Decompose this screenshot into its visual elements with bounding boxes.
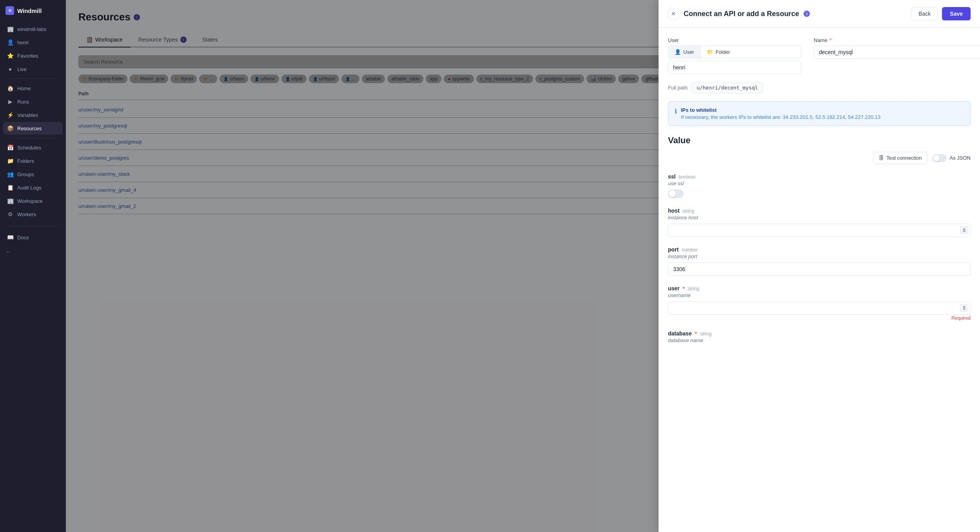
field-host-desc: instance host xyxy=(668,215,971,220)
sidebar-item-home[interactable]: 🏠 Home xyxy=(3,82,63,95)
sidebar-item-runs[interactable]: ▶ Runs xyxy=(3,95,63,108)
logo-icon: ⌗ xyxy=(5,6,14,15)
home-icon: 🏠 xyxy=(7,85,13,91)
back-button[interactable]: Back xyxy=(911,7,938,20)
field-database: database * string database name xyxy=(668,330,971,343)
field-user-type: string xyxy=(688,286,699,292)
owner-label: User xyxy=(668,37,801,43)
sidebar-schedules-label: Schedules xyxy=(17,145,41,151)
name-label: Name * xyxy=(814,37,980,43)
sidebar-folders-label: Folders xyxy=(17,158,34,164)
sidebar-nav: 🏢 windmill-labs 👤 henri ⭐ Favorites ● Li… xyxy=(0,21,66,223)
host-input[interactable] xyxy=(668,224,971,237)
resources-icon: 📦 xyxy=(7,125,13,131)
user-input[interactable] xyxy=(668,61,801,74)
field-database-title: database * string xyxy=(668,330,971,337)
field-port-desc: instance port xyxy=(668,253,971,259)
modal-header: ✕ Connect an API or add a Resource i Bac… xyxy=(659,0,980,28)
sidebar-divider-2 xyxy=(9,138,57,138)
field-port-type: number xyxy=(682,247,698,253)
sidebar-item-groups[interactable]: 👥 Groups xyxy=(3,168,63,180)
full-path-value: u/henri/decent_mysql xyxy=(691,82,763,93)
groups-icon: 👥 xyxy=(7,171,13,177)
sidebar-resources-label: Resources xyxy=(17,126,42,131)
user-icon: 👤 xyxy=(7,39,13,46)
field-host-label: host xyxy=(668,208,680,214)
field-ssl: ssl boolean use ssl xyxy=(668,173,971,198)
owner-btn-group: 👤 User 📁 Folder xyxy=(668,46,801,58)
sidebar-item-variables[interactable]: ⚡ Variables xyxy=(3,109,63,121)
main-content: Resources i 📋 Workspace Resource Types i… xyxy=(66,0,980,532)
sidebar-item-favorites[interactable]: ⭐ Favorites xyxy=(3,49,63,62)
field-database-type: string xyxy=(700,331,711,337)
user-field-input[interactable] xyxy=(668,301,971,315)
star-icon: ⭐ xyxy=(7,53,13,59)
logo-label: Windmill xyxy=(17,7,42,14)
sidebar-item-docs[interactable]: 📖 Docs xyxy=(3,231,63,244)
as-json-label: As JSON xyxy=(950,155,971,161)
sidebar-item-workers[interactable]: ⚙ Workers xyxy=(3,208,63,220)
sidebar-item-folders[interactable]: 📁 Folders xyxy=(3,155,63,167)
field-host-type: string xyxy=(683,208,694,214)
building-icon: 🏢 xyxy=(7,26,13,32)
field-ssl-label: ssl xyxy=(668,173,675,180)
owner-name-row: User 👤 User 📁 Folder xyxy=(668,37,971,74)
field-ssl-desc: use ssl xyxy=(668,180,971,186)
sidebar-variables-label: Variables xyxy=(17,112,38,118)
modal-close-button[interactable]: ✕ xyxy=(668,8,679,19)
modal-body: User 👤 User 📁 Folder xyxy=(659,28,980,532)
workers-icon: ⚙ xyxy=(7,211,13,217)
field-database-required: * xyxy=(695,331,697,337)
sidebar-item-workspace-user[interactable]: 🏢 windmill-labs xyxy=(3,23,63,35)
name-required-star: * xyxy=(829,37,831,43)
field-port: port number instance port xyxy=(668,246,971,276)
info-banner-title: IPs to whitelist xyxy=(681,107,880,113)
folder-btn-label: Folder xyxy=(715,49,730,55)
info-banner-text: IPs to whitelist If necessary, the worke… xyxy=(681,107,880,120)
field-ssl-title: ssl boolean xyxy=(668,173,971,180)
user-required-label: Required xyxy=(668,315,971,321)
name-input[interactable] xyxy=(814,46,980,59)
docs-icon: 📖 xyxy=(7,234,13,240)
audit-icon: 📋 xyxy=(7,184,13,191)
field-port-label: port xyxy=(668,246,679,253)
field-database-desc: database name xyxy=(668,337,971,343)
folder-btn-icon: 📁 xyxy=(707,49,713,55)
host-dollar-button[interactable]: $ xyxy=(960,226,968,234)
ssl-toggle[interactable] xyxy=(668,189,684,198)
field-ssl-toggle-row xyxy=(668,189,971,198)
schedules-icon: 📅 xyxy=(7,144,13,151)
full-path-row: Full path u/henri/decent_mysql xyxy=(668,82,971,93)
modal-title-info-icon[interactable]: i xyxy=(804,11,810,17)
sidebar-divider-3 xyxy=(5,226,60,226)
folder-btn[interactable]: 📁 Folder xyxy=(701,46,736,58)
sidebar-audit-logs-label: Audit Logs xyxy=(17,185,41,191)
port-input[interactable] xyxy=(668,262,971,276)
variables-icon: ⚡ xyxy=(7,112,13,118)
user-btn[interactable]: 👤 User xyxy=(668,46,701,58)
full-path-label: Full path xyxy=(668,85,688,91)
as-json-toggle[interactable] xyxy=(933,154,947,162)
sidebar-item-schedules[interactable]: 📅 Schedules xyxy=(3,141,63,154)
sidebar-item-audit-logs[interactable]: 📋 Audit Logs xyxy=(3,181,63,194)
sidebar-item-workspace-settings[interactable]: 🏢 Workspace xyxy=(3,195,63,207)
sidebar-home-label: Home xyxy=(17,86,31,91)
sidebar-docs-label: Docs xyxy=(17,235,29,240)
sidebar-item-live[interactable]: ● Live xyxy=(3,63,63,75)
user-input-container: $ xyxy=(668,301,971,315)
sidebar-runs-label: Runs xyxy=(17,99,29,105)
modal-title: Connect an API or add a Resource xyxy=(684,10,799,18)
user-dollar-button[interactable]: $ xyxy=(960,304,968,312)
as-json-toggle-row: As JSON xyxy=(933,154,971,162)
save-button[interactable]: Save xyxy=(942,7,971,20)
collapse-icon[interactable]: ← xyxy=(5,248,12,255)
sidebar-item-resources[interactable]: 📦 Resources xyxy=(3,122,63,135)
test-connection-button[interactable]: 🗄 Test connection xyxy=(873,152,927,164)
sidebar-workers-label: Workers xyxy=(17,211,36,217)
sidebar: ⌗ Windmill 🏢 windmill-labs 👤 henri ⭐ Fav… xyxy=(0,0,66,532)
user-btn-label: User xyxy=(683,49,694,55)
field-database-label: database xyxy=(668,330,692,337)
sidebar-item-user[interactable]: 👤 henri xyxy=(3,36,63,49)
field-user: user * string username $ Required xyxy=(668,285,971,321)
test-connection-label: Test connection xyxy=(886,155,922,161)
